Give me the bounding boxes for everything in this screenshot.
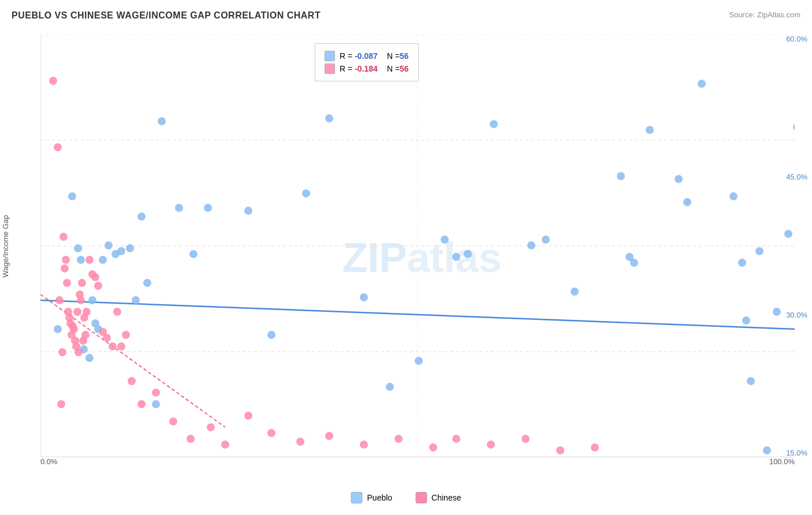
svg-point-115 bbox=[522, 435, 530, 443]
svg-point-101 bbox=[152, 389, 160, 397]
svg-point-104 bbox=[207, 423, 215, 431]
svg-point-83 bbox=[77, 296, 85, 304]
svg-point-23 bbox=[126, 244, 134, 252]
svg-point-42 bbox=[490, 120, 498, 128]
svg-point-108 bbox=[296, 438, 304, 446]
legend-label-pueblo: Pueblo bbox=[367, 493, 393, 502]
svg-point-29 bbox=[175, 204, 183, 212]
y-label-60: 60.0% bbox=[786, 35, 807, 43]
svg-point-27 bbox=[152, 400, 160, 408]
svg-point-16 bbox=[88, 296, 96, 304]
svg-point-100 bbox=[137, 400, 146, 408]
legend-item-pink: R = -0.184 N = 56 bbox=[325, 64, 409, 74]
svg-point-114 bbox=[487, 441, 495, 449]
svg-point-106 bbox=[244, 412, 252, 420]
svg-point-102 bbox=[169, 417, 177, 426]
scatter-plot-svg bbox=[40, 35, 795, 457]
svg-point-68 bbox=[59, 233, 68, 241]
svg-point-58 bbox=[763, 446, 771, 454]
y-axis-label: Wage/Income Gap bbox=[0, 35, 12, 457]
svg-point-77 bbox=[70, 325, 78, 333]
x-label-100: 100.0% bbox=[769, 457, 795, 466]
svg-point-59 bbox=[773, 308, 781, 316]
n-value-pink: 56 bbox=[400, 64, 409, 73]
r-value-pink: -0.184 bbox=[355, 64, 378, 73]
svg-point-103 bbox=[187, 435, 195, 443]
svg-point-113 bbox=[452, 435, 460, 443]
svg-point-50 bbox=[675, 175, 683, 183]
svg-point-53 bbox=[729, 192, 737, 200]
svg-point-69 bbox=[61, 264, 69, 273]
svg-point-80 bbox=[73, 308, 81, 316]
y-label-45: 45.0% bbox=[786, 173, 807, 181]
svg-point-94 bbox=[103, 334, 111, 342]
svg-point-65 bbox=[55, 296, 64, 304]
svg-point-117 bbox=[591, 443, 599, 451]
x-label-0: 0.0% bbox=[40, 457, 58, 466]
x-axis-labels: 0.0% 100.0% bbox=[40, 457, 795, 466]
svg-point-39 bbox=[441, 236, 449, 244]
svg-point-98 bbox=[122, 331, 130, 339]
svg-point-10 bbox=[54, 325, 62, 333]
y-label-30: 30.0% bbox=[786, 311, 807, 319]
svg-point-49 bbox=[646, 126, 654, 134]
svg-point-22 bbox=[117, 247, 125, 255]
chart-container: PUEBLO VS CHINESE WAGE/INCOME GAP CORREL… bbox=[0, 0, 812, 515]
svg-point-95 bbox=[109, 342, 117, 350]
svg-point-25 bbox=[137, 212, 146, 221]
svg-point-31 bbox=[204, 204, 212, 212]
svg-point-112 bbox=[429, 443, 437, 451]
svg-point-67 bbox=[58, 348, 66, 356]
legend-chinese: Chinese bbox=[415, 492, 461, 503]
svg-point-54 bbox=[738, 259, 746, 267]
svg-point-48 bbox=[630, 259, 638, 267]
svg-point-15 bbox=[85, 354, 94, 362]
svg-point-32 bbox=[244, 207, 252, 215]
svg-point-64 bbox=[54, 143, 62, 151]
svg-point-110 bbox=[360, 441, 368, 449]
source-text: Source: ZipAtlas.com bbox=[729, 10, 800, 19]
svg-point-52 bbox=[698, 80, 706, 88]
legend-box-pueblo bbox=[351, 492, 363, 503]
svg-point-87 bbox=[81, 331, 90, 339]
svg-point-26 bbox=[143, 279, 151, 287]
svg-point-36 bbox=[360, 293, 368, 301]
n-value-blue: 56 bbox=[400, 51, 409, 61]
legend-item-blue: R = -0.087 N = 56 bbox=[325, 51, 409, 61]
svg-point-43 bbox=[527, 241, 535, 249]
svg-point-99 bbox=[128, 377, 136, 385]
svg-point-44 bbox=[542, 236, 550, 244]
svg-point-46 bbox=[617, 172, 625, 180]
svg-point-71 bbox=[63, 279, 71, 287]
svg-point-33 bbox=[267, 331, 275, 339]
svg-point-91 bbox=[91, 273, 99, 281]
svg-point-51 bbox=[683, 198, 691, 206]
svg-point-11 bbox=[68, 192, 76, 200]
svg-point-35 bbox=[325, 114, 333, 122]
svg-point-37 bbox=[386, 383, 394, 391]
svg-point-109 bbox=[325, 432, 333, 440]
legend: R = -0.087 N = 56 R = -0.184 N = 56 bbox=[315, 43, 419, 81]
svg-point-105 bbox=[221, 441, 229, 449]
r-value-blue: -0.087 bbox=[355, 51, 378, 61]
svg-point-40 bbox=[452, 253, 460, 261]
legend-box-chinese bbox=[415, 492, 427, 503]
svg-point-30 bbox=[189, 250, 198, 258]
svg-point-13 bbox=[77, 256, 85, 264]
svg-point-57 bbox=[755, 247, 763, 255]
chart-title: PUEBLO VS CHINESE WAGE/INCOME GAP CORREL… bbox=[12, 10, 321, 21]
svg-point-12 bbox=[74, 244, 82, 252]
svg-point-45 bbox=[571, 288, 579, 296]
n-label-pink: N = bbox=[387, 64, 400, 73]
svg-point-24 bbox=[132, 296, 140, 304]
svg-point-66 bbox=[57, 400, 65, 408]
svg-point-111 bbox=[394, 435, 403, 443]
svg-point-96 bbox=[113, 308, 121, 316]
svg-point-56 bbox=[747, 377, 755, 385]
svg-point-92 bbox=[94, 282, 102, 290]
svg-point-107 bbox=[267, 429, 275, 437]
svg-point-63 bbox=[49, 77, 57, 85]
svg-point-28 bbox=[158, 117, 166, 125]
r-label-blue: R = bbox=[340, 51, 352, 61]
bottom-legend: Pueblo Chinese bbox=[351, 492, 461, 503]
